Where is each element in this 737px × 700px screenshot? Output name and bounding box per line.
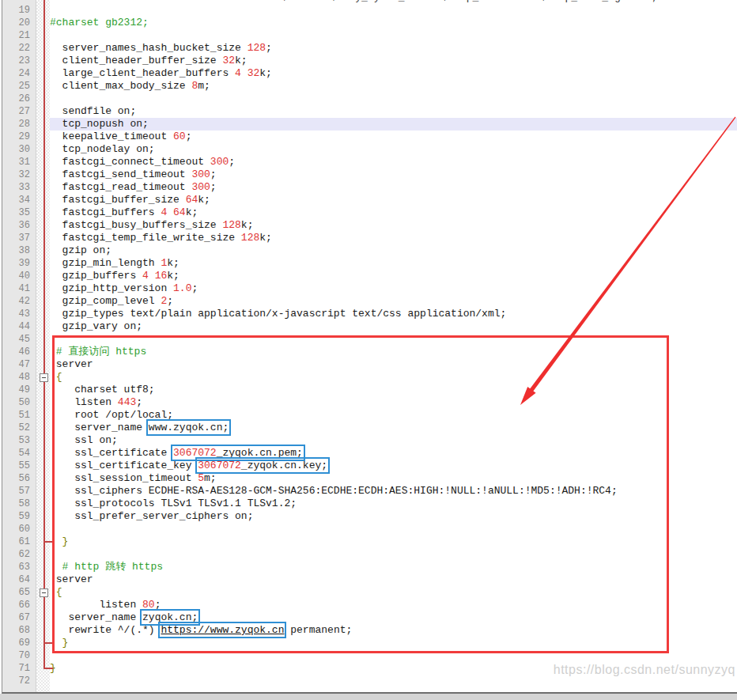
code-line[interactable]: charset utf8; [50,384,737,396]
code-line[interactable]: ssl_session_timeout 5m; [50,472,737,485]
code-line[interactable]: ssl on; [50,434,737,447]
code-line[interactable]: gzip_buffers 4 16k; [50,270,737,282]
code-row: 65 { [2,586,737,599]
code-line[interactable]: server [50,358,737,371]
code-line[interactable] [50,93,737,105]
code-lines-container: 1920#charset gb2312;2122 server_names_ha… [2,4,737,687]
fold-cell [36,675,50,687]
code-row: 25 client_max_body_size 8m; [2,80,737,93]
code-line[interactable]: fastcgi_buffer_size 64k; [50,194,737,206]
code-line[interactable]: tcp_nopush on; [50,118,737,131]
code-line[interactable]: } [50,637,737,649]
code-line[interactable]: root /opt/local; [50,409,737,422]
line-number: 53 [2,434,36,447]
fold-collapse-box[interactable] [40,588,48,597]
code-row: 39 gzip_min_length 1k; [2,257,737,270]
code-row: 37 fastcgi_temp_file_write_size 128k; [2,232,737,244]
code-line[interactable]: server_name zyqok.cn; [50,611,737,624]
code-line[interactable] [50,649,737,662]
code-line[interactable]: fastcgi_read_timeout 300; [50,181,737,194]
code-line[interactable]: fastcgi_connect_timeout 300; [50,156,737,168]
line-number: 47 [2,358,36,371]
code-line[interactable]: ssl_ciphers ECDHE-RSA-AES128-GCM-SHA256:… [50,485,737,498]
code-line[interactable] [50,4,737,17]
line-number: 22 [2,42,36,55]
line-number: 36 [2,219,36,232]
code-row: 43 gzip_types text/plain application/x-j… [2,308,737,320]
code-line[interactable]: client_header_buffer_size 32k; [50,55,737,67]
fold-end-tick [45,541,53,543]
code-line[interactable]: listen 443; [50,396,737,409]
line-number: 52 [2,422,36,434]
line-number: 69 [2,637,36,649]
code-line[interactable]: # 直接访问 https [50,346,737,358]
code-line[interactable]: { [50,371,737,384]
code-line[interactable]: fastcgi_send_timeout 300; [50,168,737,181]
code-line[interactable]: ssl_prefer_server_ciphers on; [50,510,737,523]
annotation-highlight-box: 3067072_zyqok.cn.key; [198,460,327,471]
code-row: 55 ssl_certificate_key 3067072_zyqok.cn.… [2,460,737,472]
code-line[interactable]: gzip_vary on; [50,320,737,333]
line-number: 60 [2,523,36,535]
code-line[interactable] [50,523,737,535]
code-line[interactable]: large_client_header_buffers 4 32k; [50,67,737,80]
fold-line [43,0,45,668]
line-number: 67 [2,611,36,624]
code-row: 62 [2,548,737,561]
code-line[interactable]: ssl_protocols TLSv1 TLSv1.1 TLSv1.2; [50,498,737,510]
code-row: 26 [2,93,737,105]
code-line[interactable]: rewrite ^/(.*) https://www.zyqok.cn perm… [50,624,737,637]
code-line[interactable]: gzip_min_length 1k; [50,257,737,270]
line-number: 63 [2,561,36,573]
code-line[interactable]: fastcgi_buffers 4 64k; [50,206,737,219]
code-line[interactable]: server_names_hash_bucket_size 128; [50,42,737,55]
line-number: 33 [2,181,36,194]
line-number: 31 [2,156,36,168]
code-row: 27 sendfile on; [2,105,737,118]
code-line[interactable]: ssl_certificate 3067072_zyqok.cn.pem; [50,447,737,460]
code-row: 61 } [2,535,737,548]
code-line[interactable]: gzip_types text/plain application/x-java… [50,308,737,320]
code-line[interactable] [50,333,737,346]
annotation-highlight-box: zyqok.cn; [142,611,198,623]
line-number: 28 [2,118,36,131]
code-line[interactable]: gzip_comp_level 2; [50,295,737,308]
code-line[interactable]: } [50,535,737,548]
code-line[interactable]: gzip_http_version 1.0; [50,282,737,295]
code-line[interactable]: fastcgi_busy_buffers_size 128k; [50,219,737,232]
code-line[interactable]: listen 80; [50,599,737,611]
code-row: 56 ssl_session_timeout 5m; [2,472,737,485]
code-row: 30 tcp_nodelay on; [2,143,737,156]
line-number: 72 [2,675,36,687]
code-line[interactable]: sendfile on; [50,105,737,118]
line-number: 56 [2,472,36,485]
code-line[interactable]: ssl_certificate_key 3067072_zyqok.cn.key… [50,460,737,472]
code-line[interactable]: client_max_body_size 8m; [50,80,737,93]
annotation-highlight-box: 3067072_zyqok.cn.pem; [173,447,303,459]
code-line[interactable]: #charset gb2312; [50,17,737,29]
code-line[interactable] [50,548,737,561]
code-row: 22 server_names_hash_bucket_size 128; [2,42,737,55]
code-row: 42 gzip_comp_level 2; [2,295,737,308]
fold-collapse-box[interactable] [40,373,48,382]
code-row: 59 ssl_prefer_server_ciphers on; [2,510,737,523]
code-line[interactable]: keepalive_timeout 60; [50,131,737,143]
code-row: 44 gzip_vary on; [2,320,737,333]
annotation-highlight-box: www.zyqok.cn; [149,422,229,433]
code-line[interactable]: tcp_nodelay on; [50,143,737,156]
code-line[interactable]: gzip on; [50,244,737,257]
code-line[interactable] [50,29,737,42]
code-line[interactable]: fastcgi_temp_file_write_size 128k; [50,232,737,244]
code-row: 21 [2,29,737,42]
line-number: 32 [2,168,36,181]
code-editor[interactable]: '$status $body_bytes_sent "$http_referer… [2,0,737,694]
line-number: 38 [2,244,36,257]
code-row: 58 ssl_protocols TLSv1 TLSv1.1 TLSv1.2; [2,498,737,510]
line-number: 39 [2,257,36,270]
code-row: 34 fastcgi_buffer_size 64k; [2,194,737,206]
code-line[interactable]: { [50,586,737,599]
code-row: 19 [2,4,737,17]
code-line[interactable]: server_name www.zyqok.cn; [50,422,737,434]
code-line[interactable]: server [50,573,737,586]
code-line[interactable]: # http 跳转 https [50,561,737,573]
